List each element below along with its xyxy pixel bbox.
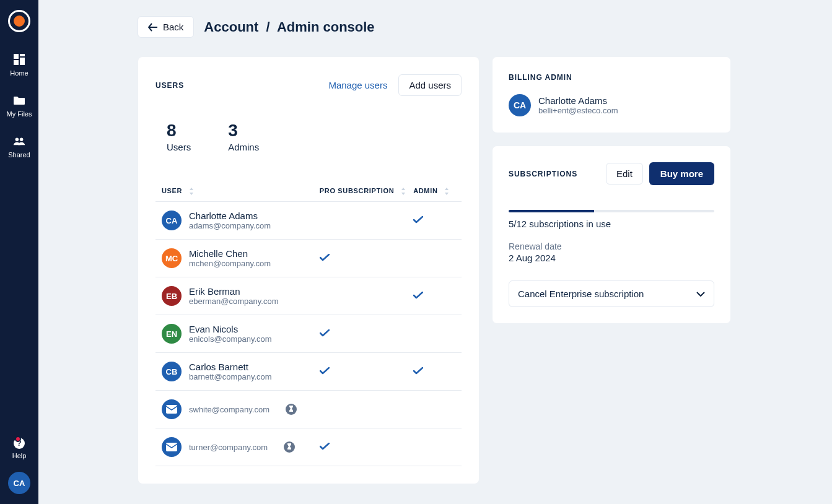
svg-point-5 bbox=[20, 138, 23, 141]
check-icon bbox=[320, 254, 330, 261]
table-row[interactable]: swhite@company.com bbox=[155, 391, 462, 428]
pending-icon bbox=[284, 441, 295, 453]
svg-rect-3 bbox=[14, 60, 19, 65]
chevron-down-icon bbox=[696, 292, 705, 297]
subscriptions-panel: SUBSCRIPTIONS Edit Buy more 5/12 subscri… bbox=[492, 146, 731, 324]
users-panel-title: USERS bbox=[155, 81, 184, 90]
billing-admin-name: Charlotte Adams bbox=[538, 95, 618, 106]
sort-icon bbox=[188, 188, 195, 195]
app-logo bbox=[8, 10, 30, 32]
table-row[interactable]: CBCarlos Barnettbarnett@company.com bbox=[155, 353, 462, 391]
subscription-progress-fill bbox=[509, 210, 594, 212]
user-name: Charlotte Adams bbox=[189, 211, 271, 221]
user-email: adams@company.com bbox=[189, 221, 271, 230]
user-email: enicols@company.com bbox=[189, 334, 272, 344]
sort-icon bbox=[444, 188, 450, 195]
user-avatar: CB bbox=[162, 362, 182, 381]
nav-help[interactable]: ? Help bbox=[12, 437, 27, 459]
user-email: mchen@company.com bbox=[189, 259, 271, 268]
svg-rect-0 bbox=[14, 54, 19, 59]
billing-panel-title: BILLING ADMIN bbox=[509, 73, 714, 82]
check-icon bbox=[320, 329, 330, 337]
nav-shared[interactable]: Shared bbox=[8, 135, 30, 159]
table-row[interactable]: MCMichelle Chenmchen@company.com bbox=[155, 240, 462, 277]
breadcrumb: Account / Admin console bbox=[204, 19, 374, 35]
check-icon bbox=[413, 216, 423, 224]
user-email: swhite@company.com bbox=[189, 405, 269, 414]
folder-icon bbox=[13, 94, 25, 106]
renewal-label: Renewal date bbox=[509, 241, 714, 251]
home-icon bbox=[13, 53, 25, 66]
edit-subscriptions-button[interactable]: Edit bbox=[606, 163, 643, 185]
svg-point-4 bbox=[15, 138, 19, 141]
column-admin[interactable]: ADMIN bbox=[411, 181, 462, 202]
subscriptions-in-use-text: 5/12 subscriptions in use bbox=[509, 219, 714, 229]
breadcrumb-separator: / bbox=[266, 19, 269, 35]
sidebar: Home My Files Shared ? Help CA bbox=[0, 0, 38, 504]
billing-admin-avatar: CA bbox=[509, 94, 531, 116]
column-user[interactable]: USER bbox=[155, 181, 317, 202]
billing-admin-email: belli+ent@esteco.com bbox=[538, 106, 618, 115]
user-name: Carlos Barnett bbox=[189, 362, 272, 372]
table-row[interactable]: CACharlotte Adamsadams@company.com bbox=[155, 202, 462, 240]
check-icon bbox=[413, 292, 423, 299]
users-count-stat: 8 Users bbox=[167, 121, 191, 152]
pending-icon bbox=[286, 404, 297, 415]
user-name: Evan Nicols bbox=[189, 324, 272, 334]
buy-more-button[interactable]: Buy more bbox=[649, 162, 714, 185]
user-email: turner@company.com bbox=[189, 443, 268, 452]
table-row[interactable]: ENEvan Nicolsenicols@company.com bbox=[155, 315, 462, 353]
add-users-button[interactable]: Add users bbox=[398, 74, 462, 96]
nav-home[interactable]: Home bbox=[10, 53, 28, 77]
nav-label: Shared bbox=[8, 151, 30, 159]
header: Back Account / Admin console bbox=[138, 16, 807, 38]
nav-label: Help bbox=[12, 452, 27, 459]
sort-icon bbox=[400, 188, 406, 195]
nav-label: Home bbox=[10, 69, 28, 77]
admins-count-stat: 3 Admins bbox=[228, 121, 259, 152]
svg-rect-2 bbox=[20, 58, 25, 65]
arrow-left-icon bbox=[148, 23, 158, 32]
column-pro-subscription[interactable]: PRO SUBSCRIPTION bbox=[317, 181, 411, 202]
user-name: Michelle Chen bbox=[189, 248, 271, 259]
user-email: barnett@company.com bbox=[189, 372, 272, 381]
user-avatar: EB bbox=[162, 286, 182, 306]
shared-icon bbox=[13, 135, 25, 147]
svg-rect-8 bbox=[166, 405, 177, 414]
user-avatar: MC bbox=[162, 248, 182, 268]
nav-my-files[interactable]: My Files bbox=[7, 94, 32, 118]
mail-icon bbox=[162, 399, 182, 419]
back-button[interactable]: Back bbox=[138, 16, 194, 38]
table-row[interactable]: EBErik Bermaneberman@company.com bbox=[155, 277, 462, 315]
user-email: eberman@company.com bbox=[189, 297, 278, 306]
check-icon bbox=[320, 367, 330, 375]
user-avatar: EN bbox=[162, 324, 182, 344]
mail-icon bbox=[162, 437, 182, 457]
cancel-subscription-select[interactable]: Cancel Enterprise subscription bbox=[509, 280, 714, 307]
renewal-date: 2 Aug 2024 bbox=[509, 253, 714, 263]
subscriptions-title: SUBSCRIPTIONS bbox=[509, 170, 577, 178]
user-avatar[interactable]: CA bbox=[8, 472, 30, 494]
svg-rect-1 bbox=[20, 54, 25, 56]
billing-admin-panel: BILLING ADMIN CA Charlotte Adams belli+e… bbox=[492, 56, 731, 133]
manage-users-link[interactable]: Manage users bbox=[328, 80, 387, 90]
svg-rect-9 bbox=[166, 443, 177, 451]
user-name: Erik Berman bbox=[189, 286, 278, 297]
table-row[interactable]: turner@company.com bbox=[155, 428, 462, 466]
check-icon bbox=[320, 443, 330, 450]
users-table: USER PRO SUBSCRIPTION bbox=[155, 181, 462, 466]
subscription-progress bbox=[509, 210, 714, 212]
main-content: Back Account / Admin console USERS Manag… bbox=[38, 0, 832, 504]
breadcrumb-parent: Account bbox=[204, 19, 258, 35]
users-panel: USERS Manage users Add users 8 Users 3 A… bbox=[138, 56, 479, 484]
check-icon bbox=[413, 367, 423, 375]
nav-label: My Files bbox=[7, 110, 32, 118]
breadcrumb-current: Admin console bbox=[277, 19, 375, 35]
user-avatar: CA bbox=[162, 211, 182, 230]
